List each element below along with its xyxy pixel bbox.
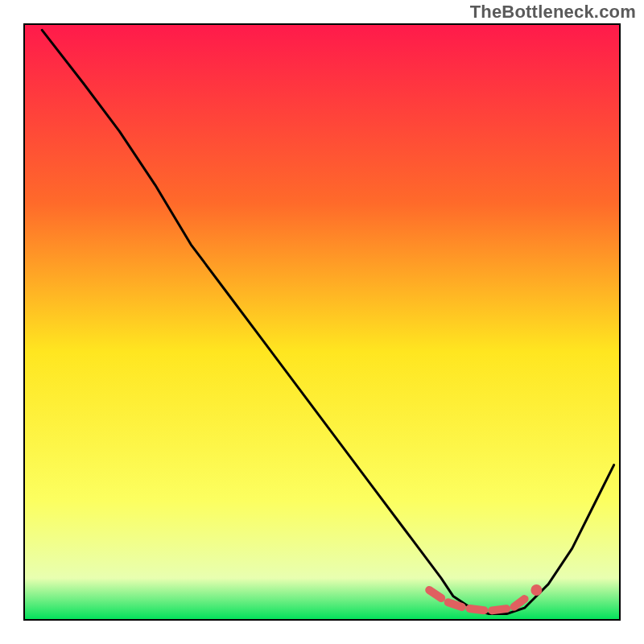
plot-background <box>24 24 620 620</box>
highlight-point-marker <box>530 584 542 596</box>
chart-stage: TheBottleneck.com <box>0 0 644 644</box>
bottleneck-chart <box>0 0 644 644</box>
